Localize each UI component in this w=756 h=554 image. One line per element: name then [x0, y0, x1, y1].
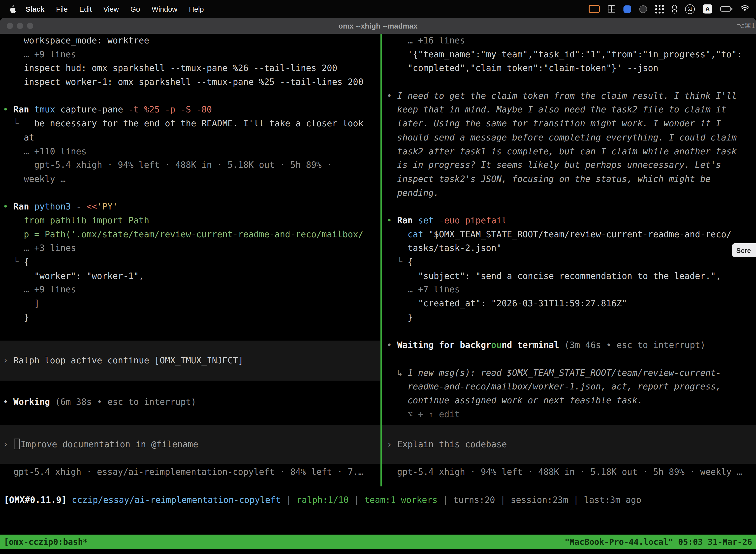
terminal-scrollback-left: workspace_mode: worktree … +9 lines insp… [0, 34, 380, 324]
menu-help[interactable]: Help [189, 5, 204, 13]
working-status-line: • Working (6m 38s • esc to interrupt) [0, 395, 380, 409]
model-status-line-right: gpt-5.4 xhigh · 94% left · 488K in · 5.1… [382, 465, 756, 479]
macos-menu-bar: Slack File Edit View Go Window Help 61 A [0, 0, 756, 18]
tmux-pane-right[interactable]: … +16 lines '{"team_name":"my-team","tas… [382, 34, 756, 486]
window-manager-icon[interactable] [608, 5, 615, 12]
prompt-suggestion-left[interactable]: › Improve documentation in @filename [0, 425, 380, 464]
terminal-window: workspace_mode: worktree … +9 lines insp… [0, 34, 756, 554]
zoom-button[interactable] [27, 22, 33, 29]
dots-grid-icon[interactable] [655, 4, 664, 13]
screen: Slack File Edit View Go Window Help 61 A [0, 0, 756, 554]
close-button[interactable] [7, 22, 13, 29]
screen-record-indicator-icon[interactable] [588, 5, 600, 13]
menubar-app-icon-rings[interactable] [672, 4, 677, 13]
notification-clip-text: Scre [736, 246, 751, 254]
terminal-scrollback-right: … +16 lines '{"team_name":"my-team","tas… [382, 34, 756, 421]
window-title-bar[interactable]: omx --xhigh --madmax ⌥⌘1 [0, 18, 756, 34]
tmux-session-label: [omx-cczip0:bash* [4, 537, 88, 547]
menu-view[interactable]: View [103, 5, 119, 13]
input-source-icon[interactable]: A [703, 4, 712, 13]
menubar-app-name[interactable]: Slack [25, 5, 44, 13]
below-statusbar-filler [0, 549, 756, 554]
tmux-pane-left[interactable]: workspace_mode: worktree … +9 lines insp… [0, 34, 380, 486]
menubar-app-icon-blue[interactable] [623, 5, 631, 13]
window-title: omx --xhigh --madmax [338, 21, 418, 30]
inject-banner: › Ralph loop active continue [OMX_TMUX_I… [0, 340, 380, 381]
menu-window[interactable]: Window [151, 5, 177, 13]
battery-percent-icon[interactable]: 61 [685, 4, 695, 14]
notification-clip[interactable]: Scre [732, 243, 756, 257]
window-shortcut-hint: ⌥⌘1 [737, 21, 755, 29]
minimize-button[interactable] [17, 22, 23, 29]
battery-icon[interactable] [720, 6, 733, 11]
model-status-line-left: gpt-5.4 xhigh · essay/ai-reimplementatio… [0, 465, 380, 479]
menubar-app-icon-dark[interactable] [639, 5, 647, 13]
prompt-suggestion-right[interactable]: › Explain this codebase [382, 425, 756, 464]
tmux-host-time-label: "MacBook-Pro-44.local" 05:03 31-Mar-26 [565, 537, 752, 547]
menu-file[interactable]: File [56, 5, 68, 13]
menu-edit[interactable]: Edit [79, 5, 92, 13]
omx-session-status-line: [OMX#0.11.9] cczip/essay/ai-reimplementa… [0, 493, 756, 507]
apple-menu-icon[interactable] [10, 5, 16, 13]
tmux-status-bar: [omx-cczip0:bash* "MacBook-Pro-44.local"… [0, 535, 756, 549]
menu-go[interactable]: Go [130, 5, 140, 13]
wifi-icon[interactable] [741, 5, 749, 13]
